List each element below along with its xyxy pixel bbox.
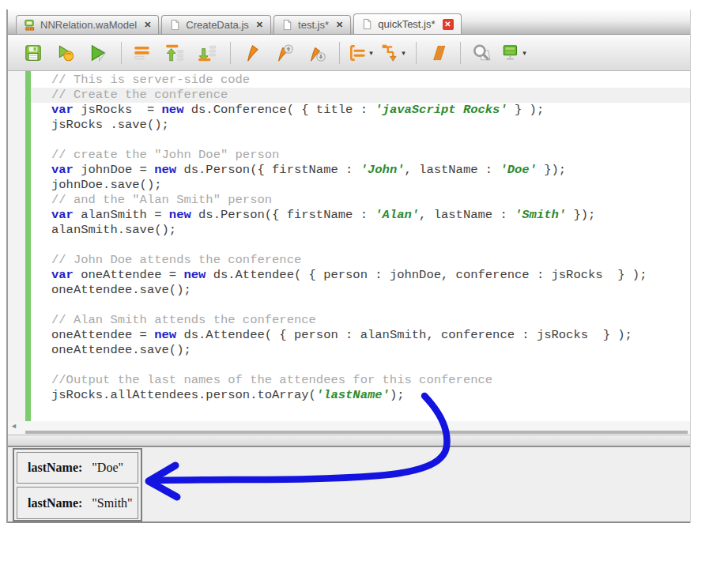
code-token: 'javaScript Rocks' xyxy=(375,103,507,117)
close-icon[interactable]: ✕ xyxy=(256,20,263,30)
tab-label: CreateData.js xyxy=(186,19,248,31)
shift-down-button[interactable] xyxy=(194,40,220,66)
code-token: 'Smith' xyxy=(515,208,566,222)
bookmark-next-icon xyxy=(306,43,326,63)
code-token: oneAttendee.save(); xyxy=(51,283,191,297)
document-icon xyxy=(169,19,181,31)
bookmark-previous-button[interactable] xyxy=(271,40,296,66)
code-line[interactable] xyxy=(31,133,690,148)
code-token: var xyxy=(51,208,74,222)
code-token: // Create the conference xyxy=(51,88,228,102)
list-options-icon xyxy=(348,43,368,63)
code-line[interactable]: //Output the last names of the attendees… xyxy=(31,373,690,388)
code-line[interactable] xyxy=(31,358,690,373)
code-line[interactable]: var johnDoe = new ds.Person({ firstName … xyxy=(31,163,690,178)
bookmark-button[interactable] xyxy=(239,40,264,66)
result-label: lastName: xyxy=(28,461,82,475)
code-token: new xyxy=(183,268,206,282)
code-line[interactable] xyxy=(31,238,690,253)
code-line[interactable]: // Create the conference xyxy=(31,88,690,103)
code-token: // Alan Smith attends the conference xyxy=(51,313,316,327)
code-line[interactable]: jsRocks .save(); xyxy=(31,118,690,133)
code-token: ds.Attendee( { person : johnDoe, confere… xyxy=(206,268,647,282)
tab-quicktest-js[interactable]: quickTest.js* ✕ xyxy=(353,13,461,34)
code-line[interactable]: var alanSmith = new ds.Person({ firstNam… xyxy=(31,208,690,223)
code-area[interactable]: // This is server-side code// Create the… xyxy=(31,71,690,421)
dropdown-caret-icon[interactable]: ▾ xyxy=(402,49,405,57)
toolbar-separator xyxy=(230,42,231,64)
code-line[interactable]: alanSmith.save(); xyxy=(31,223,690,238)
tab-label: test.js* xyxy=(298,19,329,31)
code-token: jsRocks .save(); xyxy=(51,118,169,132)
result-row-doe: lastName: "Doe" xyxy=(17,452,138,484)
code-token: 'lastName' xyxy=(316,388,390,402)
display-options-icon xyxy=(501,43,522,63)
document-icon xyxy=(361,18,373,30)
shift-down-icon xyxy=(197,43,217,63)
result-value: "Doe" xyxy=(92,461,123,475)
code-line[interactable]: oneAttendee.save(); xyxy=(31,343,690,358)
code-line[interactable]: // and the "Alan Smith" person xyxy=(31,193,690,208)
scrollbar-thumb[interactable] xyxy=(25,431,688,434)
code-token: , lastName : xyxy=(419,208,515,222)
code-line[interactable] xyxy=(31,298,690,313)
save-button[interactable] xyxy=(21,40,46,66)
dropdown-caret-icon[interactable]: ▾ xyxy=(522,49,526,57)
close-icon[interactable]: ✕ xyxy=(144,20,151,30)
code-line[interactable]: johnDoe.save(); xyxy=(31,178,690,193)
result-row-smith: lastName: "Smith" xyxy=(17,487,138,519)
code-line[interactable]: jsRocks.allAttendees.person.toArray('las… xyxy=(31,388,690,403)
editor-pane: // This is server-side code// Create the… xyxy=(8,71,690,421)
code-token: 'Doe' xyxy=(500,163,537,177)
shift-up-button[interactable] xyxy=(162,40,187,66)
code-token: alanSmith.save(); xyxy=(51,223,176,237)
dropdown-caret-icon[interactable]: ▾ xyxy=(369,49,373,57)
list-options-button[interactable]: ▾ xyxy=(348,40,373,66)
bookmark-next-button[interactable] xyxy=(304,40,329,66)
code-token: oneAttendee = xyxy=(74,268,184,282)
splitter-bar[interactable] xyxy=(8,435,690,447)
search-button[interactable] xyxy=(469,40,494,66)
code-token: 'Alan' xyxy=(375,208,419,222)
change-marker-bar xyxy=(25,71,31,421)
code-line[interactable]: // Alan Smith attends the conference xyxy=(31,313,690,328)
code-line[interactable]: // This is server-side code xyxy=(31,73,690,88)
code-token: ds.Person({ firstName : xyxy=(191,208,375,222)
code-line[interactable]: oneAttendee.save(); xyxy=(31,283,690,298)
code-line[interactable]: var jsRocks = new ds.Conference( { title… xyxy=(31,103,690,118)
code-token: new xyxy=(154,163,176,177)
comment-button[interactable] xyxy=(424,40,450,66)
code-line[interactable]: oneAttendee = new ds.Attendee( { person … xyxy=(31,328,690,343)
tab-createdata-js[interactable]: CreateData.js ✕ xyxy=(161,15,271,34)
code-token: ds.Attendee( { person : alanSmith, confe… xyxy=(176,328,632,342)
display-options-button[interactable]: ▾ xyxy=(501,40,526,66)
results-panel: lastName: "Doe" lastName: "Smith" xyxy=(8,447,690,523)
code-token: //Output the last names of the attendees… xyxy=(51,373,492,387)
bookmark-previous-icon xyxy=(273,43,294,63)
toolbar: ▾▾▾ xyxy=(8,35,690,71)
tab-test-js[interactable]: test.js* ✕ xyxy=(273,15,351,34)
code-line[interactable]: var oneAttendee = new ds.Attendee( { per… xyxy=(31,268,690,283)
format-button[interactable] xyxy=(130,40,155,66)
close-icon[interactable]: ✕ xyxy=(443,19,454,30)
toolbar-separator xyxy=(416,42,417,64)
search-icon xyxy=(471,43,492,63)
run-button[interactable] xyxy=(85,40,111,66)
scroll-left-arrow-icon[interactable]: ◄ xyxy=(10,422,17,430)
run-file-button[interactable] xyxy=(53,40,78,66)
toolbar-separator xyxy=(121,42,122,64)
code-token: var xyxy=(51,268,74,282)
code-token: new xyxy=(154,328,176,342)
result-value: "Smith" xyxy=(92,496,132,510)
document-icon xyxy=(281,19,293,31)
code-line[interactable]: // John Doe attends the conference xyxy=(31,253,690,268)
horizontal-scrollbar[interactable]: ◄ xyxy=(8,421,690,435)
editor-gutter xyxy=(8,71,25,421)
close-icon[interactable]: ✕ xyxy=(336,20,343,30)
tab-nnrelation-wamodel[interactable]: NNRelation.waModel ✕ xyxy=(16,15,159,34)
run-file-icon xyxy=(55,43,76,63)
code-token: // John Doe attends the conference xyxy=(51,253,301,267)
code-line[interactable]: // create the "John Doe" person xyxy=(31,148,690,163)
code-token: }); xyxy=(537,163,566,177)
outline-options-button[interactable]: ▾ xyxy=(380,40,405,66)
